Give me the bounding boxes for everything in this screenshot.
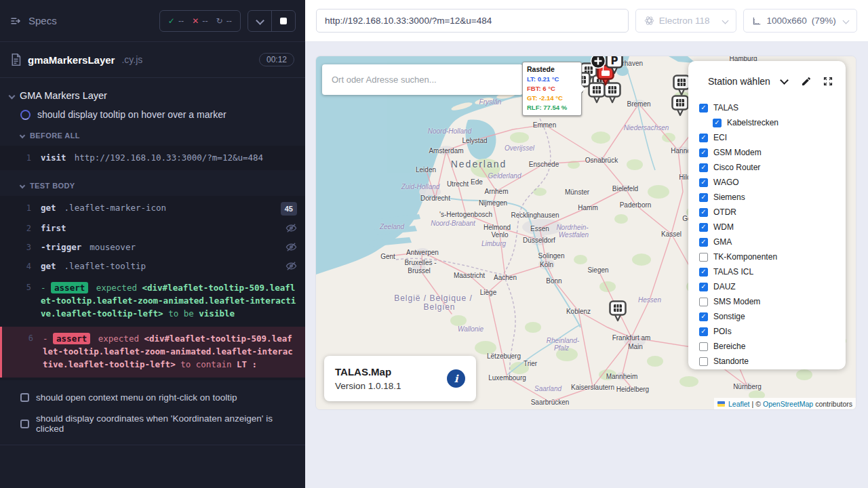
checkbox[interactable]: ✓ (713, 119, 722, 127)
checkbox[interactable]: ✓ (699, 283, 708, 291)
spec-file-row[interactable]: gmaMarkersLayer.cy.js 00:12 (0, 42, 305, 78)
checkbox[interactable]: ✓ (699, 223, 708, 232)
checkbox[interactable]: ✓ (699, 312, 708, 321)
viewport-ruler-icon (752, 16, 762, 26)
before-all-header[interactable]: BEFORE ALL (0, 127, 305, 144)
leaflet-link[interactable]: Leaflet (728, 400, 750, 408)
command-row[interactable]: 5- assert expected <div#leaflet-tooltip-… (0, 276, 305, 327)
checkbox[interactable]: ✓ (699, 238, 708, 247)
layer-checkbox-row[interactable]: ✓WAGO (699, 175, 846, 190)
layer-checkbox-row[interactable]: ✓TALAS ICL (699, 264, 846, 279)
layer-label: Bereiche (713, 342, 745, 351)
checkbox[interactable]: ✓ (699, 327, 708, 336)
checkbox[interactable]: ✓ (699, 193, 708, 202)
tooltip-measurement-row: LT: 0.21 °C (527, 75, 577, 84)
spec-file-icon (11, 54, 21, 66)
station-marker-icon[interactable] (670, 94, 690, 117)
run-controls (248, 10, 296, 32)
checkbox[interactable]: ✓ (699, 178, 708, 187)
layer-checkbox-row[interactable]: SMS Modem (699, 294, 846, 309)
layer-label: TK-Komponenten (713, 252, 777, 262)
electron-icon (644, 16, 654, 26)
stop-icon (280, 18, 287, 24)
command-row[interactable]: 4get.leaflet-tooltip (0, 257, 305, 276)
edit-pencil-icon[interactable] (801, 76, 812, 87)
command-row[interactable]: 1visithttp://192.168.10.33:3000/?m=12&u=… (0, 148, 305, 167)
station-marker-icon[interactable] (608, 300, 628, 323)
osm-link[interactable]: OpenStreetMap (763, 400, 813, 408)
layer-checkbox-row[interactable]: Standorte (699, 354, 846, 369)
info-icon[interactable]: i (447, 369, 465, 388)
map-canvas[interactable]: HamburgBremerhavenBremenEmmenNiedersachs… (316, 56, 856, 409)
failed-x-icon: ✕ (192, 16, 199, 26)
layer-label: TALAS ICL (713, 267, 753, 277)
checkbox[interactable]: ✓ (699, 104, 708, 113)
layer-checkbox-row[interactable]: TK-Komponenten (699, 249, 846, 264)
map-attribution: Leaflet | © OpenStreetMap contributors (714, 398, 856, 409)
checkbox[interactable]: ✓ (699, 163, 708, 172)
spec-duration-badge: 00:12 (259, 53, 294, 66)
pending-square-icon (20, 393, 29, 402)
layer-label: ECI (713, 133, 727, 142)
marker-tooltip[interactable]: Rastede LT: 0.21 °CFBT: 6 °CGT: -2.14 °C… (522, 62, 582, 116)
version-card: TALAS.Map Version 1.0.18.1 i (324, 356, 476, 401)
url-input[interactable] (316, 9, 629, 33)
pending-test-row[interactable]: should display coordinates when 'Koordin… (0, 408, 305, 439)
layer-checkbox-row[interactable]: ✓DAUZ (699, 279, 846, 294)
checkbox[interactable]: ✓ (699, 268, 708, 277)
layer-checkbox-row[interactable]: ✓GMA (699, 235, 846, 249)
checkbox[interactable]: ✓ (699, 134, 708, 142)
stat-passed: ✓-- (168, 16, 184, 26)
layer-checkbox-row[interactable]: ✓Kabelstrecken (699, 115, 846, 130)
hidden-eye-slash-icon (285, 241, 297, 253)
layer-label: WDM (713, 222, 734, 232)
layer-label: DAUZ (713, 282, 736, 291)
layer-label: SMS Modem (713, 297, 760, 306)
checkbox[interactable]: ✓ (699, 208, 708, 217)
expand-fullscreen-icon[interactable] (823, 76, 833, 87)
checkbox[interactable] (699, 342, 708, 351)
map-search-input[interactable] (322, 75, 523, 85)
checkbox[interactable]: ✓ (699, 148, 708, 157)
layer-label: Kabelstrecken (727, 118, 778, 127)
tooltip-measurement-row: FBT: 6 °C (527, 84, 577, 94)
spec-file-name: gmaMarkersLayer (28, 54, 115, 66)
viewport-control[interactable]: 1000x660 (79%) (743, 9, 857, 33)
layer-checkbox-row[interactable]: ✓Siemens (699, 190, 846, 205)
checkbox[interactable] (699, 253, 708, 262)
failed-assert[interactable]: 6- assert expected <div#leaflet-tooltip-… (0, 327, 305, 378)
checkbox[interactable] (699, 357, 708, 366)
stat-failed: ✕-- (192, 16, 208, 26)
suite-header[interactable]: GMA Markers Layer (0, 87, 305, 105)
layer-checkbox-row[interactable]: ✓POIs (699, 324, 846, 339)
checkbox[interactable] (699, 298, 708, 306)
stop-run-button[interactable] (272, 11, 295, 31)
layer-checkbox-row[interactable]: ✓Cisco Router (699, 160, 846, 175)
layer-checkbox-row[interactable]: ✓OTDR (699, 205, 846, 220)
command-row[interactable]: 2first (0, 219, 305, 238)
command-row[interactable]: 3-triggermouseover (0, 238, 305, 257)
station-select-label[interactable]: Station wählen (708, 76, 770, 87)
layer-checkbox-row[interactable]: Bereiche (699, 339, 846, 354)
layer-label: Cisco Router (713, 163, 760, 172)
layer-checkbox-row[interactable]: ✓GSM Modem (699, 145, 846, 160)
layer-checkbox-row[interactable]: ✓WDM (699, 220, 846, 235)
layer-checkbox-row[interactable]: ✓TALAS (699, 100, 846, 115)
pending-test-row[interactable]: should open context menu on right-click … (0, 387, 305, 408)
browser-select[interactable]: Electron 118 (635, 9, 737, 33)
chevron-down-icon[interactable] (780, 76, 789, 85)
parking-marker-icon[interactable]: P (604, 56, 625, 75)
layer-checkbox-row[interactable]: ✓ECI (699, 130, 846, 145)
specs-menu-button[interactable]: Specs (9, 15, 57, 27)
pending-refresh-icon: ↻ (216, 16, 223, 26)
test-body-header[interactable]: TEST BODY (0, 177, 305, 195)
layer-label: POIs (713, 327, 732, 336)
command-row[interactable]: 6- assert expected <div#leaflet-tooltip-… (2, 327, 305, 378)
command-row[interactable]: 1get.leaflet-marker-icon45 (0, 199, 305, 219)
specs-list-icon (9, 15, 22, 27)
layer-checkbox-row[interactable]: ✓Sonstige (699, 309, 846, 324)
running-test-row[interactable]: should display tooltip on hover over a m… (0, 105, 305, 127)
collapse-all-button[interactable] (248, 11, 271, 31)
stat-pending: ↻-- (216, 16, 232, 26)
ukraine-flag-icon (717, 401, 725, 407)
